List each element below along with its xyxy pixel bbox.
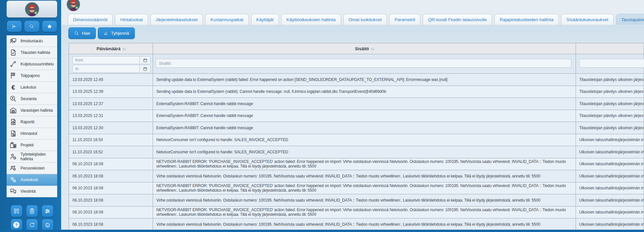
sidebar-item-label: Seuranta	[20, 97, 37, 101]
calendar-icon[interactable]	[139, 65, 150, 72]
table-row[interactable]: 06.10.2023 18:08NETVISOR-RABBIT ERROR: '…	[69, 158, 644, 171]
sidebar-item-varastojen-hallinta[interactable]: Varastojen hallinta	[7, 105, 57, 116]
row-content-cell: Virhe ostolaskun viennissä Netvisoriin. …	[153, 218, 576, 230]
table-body: 13.03.2025 12:45Sending update data to E…	[69, 74, 644, 230]
column-header-date[interactable]: Päivämäärä ↑↓	[69, 43, 153, 54]
column-header-content[interactable]: Sisältö ↑↓	[153, 43, 576, 54]
sliders-icon	[44, 208, 51, 214]
sort-icon[interactable]: ↑↓	[371, 47, 374, 51]
tab-kustannuspaikat[interactable]: Kustannuspaikat	[205, 14, 249, 25]
table-row[interactable]: 13.03.2025 12:31ExternalSystem-RABBIT: C…	[69, 110, 644, 122]
table-row[interactable]: 06.10.2023 18:08NETVISOR-RABBIT ERROR: '…	[69, 207, 644, 219]
feedback-button[interactable]	[42, 219, 54, 231]
sidebar-item-projekti[interactable]: Projekti	[7, 139, 57, 151]
calendar-icon[interactable]	[139, 57, 150, 64]
table-row[interactable]: 13.03.2025 12:37ExternalSystem-RABBIT: C…	[69, 98, 644, 110]
user-avatar	[25, 2, 39, 16]
sidebar-item-ilmoitustaulu[interactable]: Ilmoitustaulu	[7, 35, 57, 47]
warehouse-icon	[9, 107, 18, 114]
tab-sisäänlukukuvaukset[interactable]: Sisäänlukukuvaukset	[561, 14, 614, 25]
row-date-cell: 13.03.2025 12:39	[69, 86, 153, 98]
tab-dimensiosäännöt[interactable]: Dimensiosäännöt	[68, 14, 113, 25]
sidebar-item-viestintä[interactable]: Viestintä	[7, 186, 57, 197]
row-content-text: Sending update data to ExternalSystem (r…	[156, 77, 447, 82]
tab-qr-koodi-fluidin-lataussivulle[interactable]: QR-koodi Fluidin lataussivulle	[423, 14, 492, 25]
table-row[interactable]: 13.03.2025 12:30ExternalSystem-RABBIT: C…	[69, 122, 644, 134]
row-date-cell: 06.10.2023 18:08	[69, 207, 153, 219]
row-date-cell: 06.10.2023 18:08	[69, 194, 153, 207]
content-filter-input[interactable]	[156, 59, 571, 68]
sidebar-item-raportit[interactable]: Raportit	[7, 116, 57, 128]
table-row[interactable]: 11.10.2023 16:53NetvisorConsumer isn't c…	[69, 134, 644, 146]
sidebar-item-laskutus[interactable]: €Laskutus	[7, 82, 57, 93]
table-row[interactable]: 06.10.2023 18:08Virhe ostolaskun viennis…	[69, 218, 644, 230]
row-content-cell: Virhe ostolaskun viennissä Netvisoriin. …	[153, 170, 576, 182]
dashboard-button[interactable]	[11, 205, 22, 217]
collapse-icon	[11, 23, 17, 29]
date-from-input[interactable]	[73, 57, 139, 64]
table-row[interactable]: 13.03.2025 12:39Sending update data to E…	[69, 86, 644, 98]
sidebar-item-label: Raportit	[20, 120, 34, 124]
sidebar-item-label: Ilmoitustaulu	[20, 39, 43, 43]
tab-hintaluokat[interactable]: Hintaluokat	[115, 14, 148, 25]
table-row[interactable]: 06.10.2023 18:08Virhe ostolaskun viennis…	[69, 194, 644, 207]
favorites-button[interactable]	[42, 20, 57, 32]
sidebar-item-seuranta[interactable]: Seuranta	[7, 93, 57, 105]
row-content-text: Sending update data to ExternalSystem (r…	[156, 89, 386, 94]
sidebar-item-kuljetussuunnittelu[interactable]: Kuljetussuunnittelu	[7, 58, 57, 70]
settings-gears-icon	[9, 176, 18, 183]
tab-järjestelmäasetukset[interactable]: Järjestelmäasetukset	[150, 14, 203, 25]
tab-käyttäjät[interactable]: Käyttäjät	[251, 14, 279, 25]
flag-icon	[9, 72, 18, 79]
table-row[interactable]: 06.10.2023 18:08NETVISOR-RABBIT ERROR: '…	[69, 182, 644, 195]
row-content-text: NetvisorConsumer isn't configured to han…	[156, 137, 288, 142]
row-content-text: Virhe ostolaskun viennissä Netvisoriin. …	[156, 174, 540, 179]
sync-button[interactable]	[26, 219, 38, 231]
table-row[interactable]: 13.03.2025 12:45Sending update data to E…	[69, 74, 644, 86]
tab-parametrit[interactable]: Parametrit	[389, 14, 420, 25]
sort-icon[interactable]: ↑↓	[122, 47, 125, 51]
row-content-cell: NetvisorConsumer isn't configured to han…	[153, 146, 576, 158]
search-button[interactable]: Hae	[68, 27, 96, 39]
sidebar: IlmoitustauluTilausten hallintaKuljetuss…	[0, 0, 61, 232]
row-category-cell: Ulkoisen taloushallintojärjestelmän in	[576, 158, 644, 171]
row-content-text: ExternalSystem-RABBIT: Cannot handle rab…	[156, 113, 253, 118]
help-button[interactable]: ?	[11, 219, 22, 231]
row-category-cell: Tilaustietojan päivitys ulkoinen järjest…	[576, 122, 644, 134]
preferences-button[interactable]	[42, 205, 54, 217]
tab-käyttöoikeuksien-hallinta[interactable]: Käyttöoikeuksien hallinta	[281, 14, 341, 25]
tab-omat-luokitukset[interactable]: Omat luokitukset	[343, 14, 387, 25]
row-date-cell: 11.10.2023 16:53	[69, 134, 153, 146]
clear-button[interactable]: Tyhjennä	[98, 27, 135, 39]
category-filter-cell	[576, 54, 644, 74]
sidebar-item-työntekijöiden-hallinta[interactable]: Työntekijöiden hallinta	[7, 151, 57, 163]
sidebar-item-tolppajono[interactable]: Tolppajono	[7, 70, 57, 82]
date-to-input[interactable]	[73, 65, 139, 72]
row-content-cell: NETVISOR-RABBIT ERROR: 'PURCHASE_INVOICE…	[153, 207, 576, 219]
row-date-cell: 11.10.2023 16:52	[69, 146, 153, 158]
sidebar-item-perusrekisteri[interactable]: Perusrekisteri	[7, 163, 57, 174]
tab-taustapalveluiden-väliset-järjestelmäviestit[interactable]: Taustapalveluiden väliset järjestelmävie…	[616, 14, 644, 25]
category-filter-input[interactable]	[579, 59, 644, 68]
row-content-cell: ExternalSystem-RABBIT: Cannot handle rab…	[153, 122, 576, 134]
header-avatar[interactable]	[67, 0, 80, 11]
order-document-icon	[9, 49, 18, 56]
sidebar-item-hinnastot[interactable]: Hinnastot	[7, 128, 57, 139]
search-toolbar: Hae Tyhjennä	[68, 27, 135, 39]
sidebar-item-tilausten-hallinta[interactable]: Tilausten hallinta	[7, 47, 57, 58]
sidebar-item-label: Viestintä	[20, 189, 36, 194]
row-content-cell: ExternalSystem-RABBIT: Cannot handle rab…	[153, 110, 576, 122]
search-button[interactable]	[24, 20, 39, 32]
collapse-button[interactable]	[7, 20, 22, 32]
row-date-cell: 06.10.2023 18:08	[69, 158, 153, 171]
report-icon	[9, 118, 18, 126]
tasks-button[interactable]	[26, 205, 38, 217]
tab-bar: DimensiosäännötHintaluokatJärjestelmäase…	[68, 14, 644, 25]
table-row[interactable]: 11.10.2023 16:52NetvisorConsumer isn't c…	[69, 146, 644, 158]
user-profile-card[interactable]	[7, 1, 57, 18]
tab-rajapintatuotteiden-hallinta[interactable]: Rajapintatuotteiden hallinta	[494, 14, 559, 25]
sidebar-toolbar	[7, 20, 57, 32]
table-row[interactable]: 06.10.2023 18:08Virhe ostolaskun viennis…	[69, 170, 644, 182]
sidebar-item-asetukset[interactable]: Asetukset	[7, 174, 57, 186]
row-category-cell: Ulkoisen taloushallintojärjestelmän in	[576, 207, 644, 219]
